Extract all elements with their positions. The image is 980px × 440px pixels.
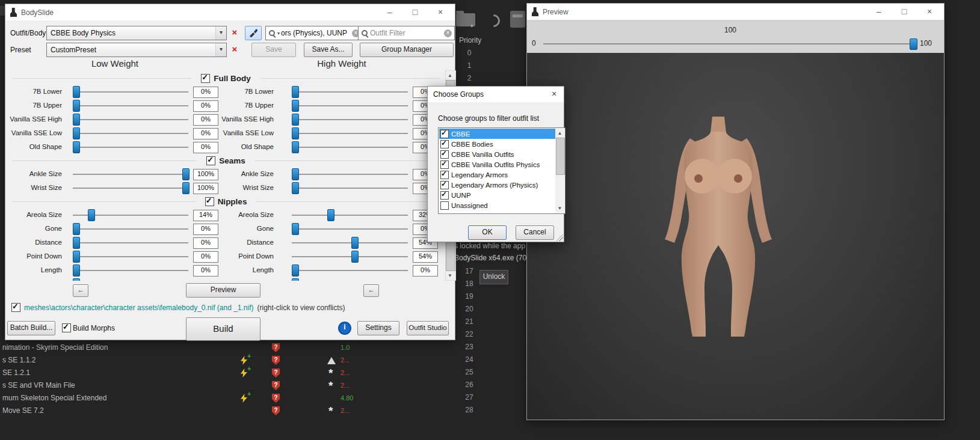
clear-search-icon[interactable]: ×	[444, 29, 452, 37]
group-checkbox[interactable]	[440, 171, 449, 179]
slider-thumb[interactable]	[73, 127, 80, 139]
slider-track[interactable]	[73, 85, 188, 99]
slider-value-low[interactable]: 0%	[193, 237, 218, 249]
mesh-output-path[interactable]: meshes\actors\character\character assets…	[24, 304, 254, 312]
slider-thumb[interactable]	[182, 168, 190, 180]
save-button[interactable]: Save	[251, 43, 296, 57]
minimize-icon[interactable]: –	[380, 4, 399, 20]
group-item[interactable]: UUNP	[439, 190, 555, 200]
slider-value-low[interactable]: 14%	[193, 210, 218, 221]
minimize-icon[interactable]: –	[869, 4, 889, 19]
scroll-up-icon[interactable]: ▲	[446, 71, 454, 80]
slider-thumb[interactable]	[292, 168, 299, 180]
slider-track[interactable]	[292, 112, 408, 126]
build-morphs-checkbox[interactable]	[62, 323, 71, 332]
group-checkbox[interactable]	[440, 140, 449, 148]
slider-value-low[interactable]: 0%	[193, 265, 218, 277]
outfit-studio-button[interactable]: Outfit Studio	[407, 321, 449, 335]
group-item[interactable]: Legendary Armors	[439, 170, 555, 180]
preview-titlebar[interactable]: Preview – □ ×	[527, 4, 944, 20]
brush-icon-button[interactable]	[245, 26, 262, 40]
save-as-button[interactable]: Save As...	[304, 43, 353, 57]
slider-thumb[interactable]	[73, 251, 80, 263]
slider-track[interactable]	[292, 277, 408, 281]
slider-track[interactable]	[292, 222, 408, 236]
slider-value-low[interactable]: 0%	[193, 114, 218, 126]
cancel-button[interactable]: Cancel	[516, 225, 554, 240]
slider-value-low[interactable]: 0%	[193, 87, 218, 98]
slider-thumb[interactable]	[292, 182, 299, 194]
slider-track[interactable]	[73, 208, 188, 222]
close-icon[interactable]: ×	[544, 87, 564, 102]
batch-build-button[interactable]: Batch Build...	[7, 321, 55, 335]
slider-thumb[interactable]	[73, 114, 80, 126]
mod-row[interactable]: s SE and VR Main File?*2...	[0, 379, 385, 392]
slider-track[interactable]	[292, 236, 408, 249]
outfit-filter-search[interactable]: Outfit Filter ×	[358, 26, 455, 40]
slider-thumb[interactable]	[292, 114, 299, 126]
mod-row[interactable]: s SE 1.1.2+?2...	[0, 354, 385, 367]
build-button[interactable]: Build	[186, 317, 260, 341]
ok-button[interactable]: OK	[468, 225, 507, 240]
group-checkbox[interactable]	[440, 130, 449, 138]
group-item[interactable]: CBBE Vanilla Outfits	[439, 149, 555, 159]
preview-button[interactable]: Preview	[186, 283, 260, 298]
slider-thumb[interactable]	[182, 182, 190, 194]
slider-thumb[interactable]	[327, 209, 334, 221]
group-checkbox[interactable]	[440, 160, 449, 169]
close-icon[interactable]: ×	[431, 4, 450, 20]
tools-icon[interactable]	[510, 11, 525, 28]
group-item[interactable]: Legendary Armors (Physics)	[439, 180, 555, 190]
preview-weight-slider[interactable]	[543, 43, 916, 44]
folder-chevron-icon[interactable]: ▾	[470, 23, 473, 29]
slider-thumb[interactable]	[73, 100, 80, 112]
group-checkbox[interactable]	[440, 150, 449, 159]
section-checkbox[interactable]	[206, 156, 215, 165]
group-checkbox[interactable]	[440, 201, 449, 210]
scrollbar-thumb[interactable]	[556, 138, 565, 175]
outfit-dropdown[interactable]: CBBE Body Physics ▾	[46, 26, 227, 40]
slider-thumb[interactable]	[73, 141, 80, 153]
preview-weight-thumb[interactable]	[910, 38, 917, 50]
slider-track[interactable]	[73, 236, 188, 249]
slider-track[interactable]	[73, 112, 188, 126]
scroll-down-icon[interactable]: ▼	[446, 271, 454, 280]
group-filter-search[interactable]: ▾ ors (Physics), UUNP ×	[265, 26, 363, 40]
slider-thumb[interactable]	[88, 209, 95, 221]
scroll-down-icon[interactable]: ▼	[555, 204, 564, 213]
slider-thumb[interactable]	[292, 278, 299, 281]
slider-track[interactable]	[73, 277, 188, 281]
group-checkbox[interactable]	[440, 191, 449, 200]
nudge-left-button[interactable]: ←	[73, 284, 88, 297]
slider-value-low[interactable]: 0%	[193, 251, 218, 263]
group-checkbox[interactable]	[440, 181, 449, 189]
slider-track[interactable]	[292, 181, 408, 195]
slider-thumb[interactable]	[73, 223, 80, 235]
slider-thumb[interactable]	[292, 127, 299, 139]
slider-value-low[interactable]: 100%	[193, 183, 218, 194]
group-item[interactable]: Unassigned	[439, 200, 555, 210]
slider-value-high[interactable]: 54%	[413, 251, 438, 263]
slider-track[interactable]	[73, 126, 188, 140]
mod-row[interactable]: SE 1.2.1+?*2...	[0, 367, 385, 379]
mesh-output-checkbox[interactable]	[11, 303, 20, 312]
group-manager-button[interactable]: Group Manager	[360, 43, 454, 57]
slider-value-low[interactable]: 100%	[193, 169, 218, 180]
slider-thumb[interactable]	[73, 264, 80, 277]
maximize-icon[interactable]: □	[405, 4, 425, 20]
slider-value-low[interactable]: 0%	[193, 142, 218, 153]
section-checkbox[interactable]	[201, 74, 210, 83]
resize-grip[interactable]	[556, 234, 563, 241]
slider-value-low[interactable]: 0%	[193, 128, 218, 139]
outfit-filter-placeholder[interactable]: Outfit Filter	[370, 29, 443, 37]
slider-track[interactable]	[73, 263, 188, 277]
slider-track[interactable]	[292, 126, 408, 140]
slider-thumb[interactable]	[292, 100, 299, 112]
slider-track[interactable]	[73, 181, 188, 195]
slider-track[interactable]	[73, 167, 188, 181]
slider-track[interactable]	[292, 99, 408, 112]
group-item[interactable]: CBBE	[439, 129, 555, 139]
slider-value-low[interactable]: 0%	[193, 224, 218, 235]
preview-model[interactable]	[655, 117, 781, 345]
slider-thumb[interactable]	[292, 141, 299, 153]
